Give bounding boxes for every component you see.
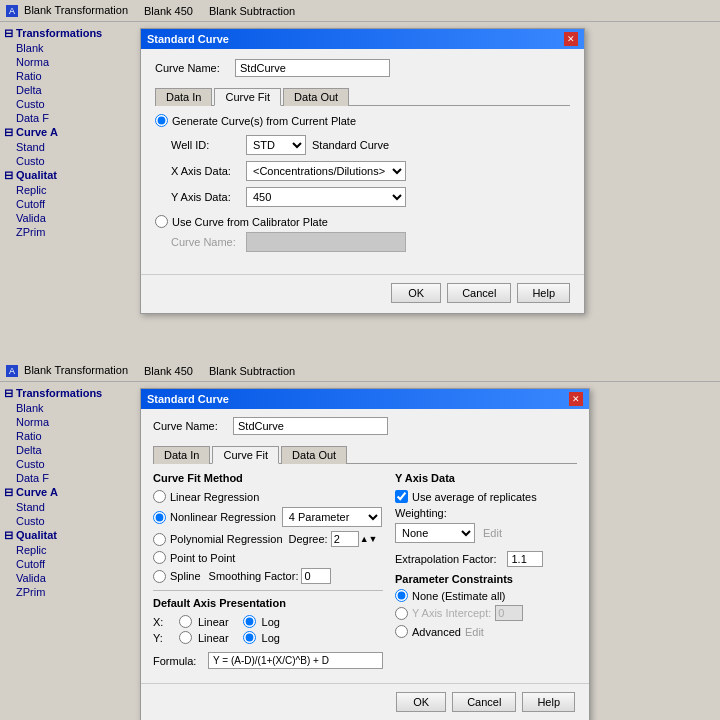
nonlinear-regression-radio[interactable]	[153, 511, 166, 524]
spline-radio[interactable]	[153, 570, 166, 583]
use-average-row: Use average of replicates	[395, 490, 577, 503]
top-bar-item-3: Blank Subtraction	[209, 5, 295, 17]
sidebar-item-cutoff-b[interactable]: Cutoff	[0, 557, 145, 571]
sidebar-bottom: ⊟ Transformations Blank Norma Ratio Delt…	[0, 382, 145, 720]
help-button-top[interactable]: Help	[517, 283, 570, 303]
section-transformations-b[interactable]: ⊟ Transformations	[0, 386, 145, 401]
sidebar-item-blank[interactable]: Blank	[0, 41, 145, 55]
sidebar-item-stand-b[interactable]: Stand	[0, 500, 145, 514]
y-axis-row: Y Axis Data: 450	[155, 187, 570, 207]
section-transformations[interactable]: ⊟ Transformations	[0, 26, 145, 41]
sidebar-item-stand[interactable]: Stand	[0, 140, 145, 154]
use-curve-radio[interactable]	[155, 215, 168, 228]
sidebar-item-replic-b[interactable]: Replic	[0, 543, 145, 557]
curve-name-label-b: Curve Name:	[153, 420, 233, 432]
curve-name-input[interactable]	[235, 59, 390, 77]
top-bar-bottom-item-2: Blank 450	[144, 365, 193, 377]
sidebar-item-blank-b[interactable]: Blank	[0, 401, 145, 415]
degree-spinner[interactable]: ▲▼	[360, 534, 378, 544]
smoothing-input[interactable]	[301, 568, 331, 584]
y-axis-pres-label: Y:	[153, 632, 173, 644]
curve-fit-content: Curve Fit Method Linear Regression Nonli…	[153, 472, 577, 669]
x-log-radio[interactable]	[243, 615, 256, 628]
section-curvea[interactable]: ⊟ Curve A	[0, 125, 145, 140]
x-linear-label: Linear	[198, 616, 229, 628]
x-linear-radio[interactable]	[179, 615, 192, 628]
generate-curve-row: Generate Curve(s) from Current Plate	[155, 114, 570, 127]
ok-button-bottom[interactable]: OK	[396, 692, 446, 712]
sidebar-item-valida[interactable]: Valida	[0, 211, 145, 225]
well-id-select[interactable]: STD	[246, 135, 306, 155]
sidebar-item-ratio-b[interactable]: Ratio	[0, 429, 145, 443]
curve-name-row: Curve Name:	[155, 59, 570, 77]
linear-regression-radio[interactable]	[153, 490, 166, 503]
cancel-button-top[interactable]: Cancel	[447, 283, 511, 303]
sidebar-item-dataf-b[interactable]: Data F	[0, 471, 145, 485]
point-to-point-radio[interactable]	[153, 551, 166, 564]
sidebar-item-norma[interactable]: Norma	[0, 55, 145, 69]
help-button-bottom[interactable]: Help	[522, 692, 575, 712]
curve-name-row-b: Curve Name:	[153, 417, 577, 435]
sidebar-item-custo[interactable]: Custo	[0, 97, 145, 111]
sidebar-item-zprim[interactable]: ZPrim	[0, 225, 145, 239]
y-intercept-label: Y Axis Intercept:	[412, 607, 491, 619]
none-estimate-radio[interactable]	[395, 589, 408, 602]
y-intercept-radio[interactable]	[395, 607, 408, 620]
x-axis-select[interactable]: <Concentrations/Dilutions>	[246, 161, 406, 181]
polynomial-radio[interactable]	[153, 533, 166, 546]
weighting-select[interactable]: None	[395, 523, 475, 543]
tab-data-in[interactable]: Data In	[155, 88, 212, 106]
ad-icon: A	[6, 5, 18, 17]
curve-name2-label: Curve Name:	[171, 236, 246, 248]
close-button-top[interactable]: ✕	[564, 32, 578, 46]
sidebar-item-cutoff[interactable]: Cutoff	[0, 197, 145, 211]
top-bar-item-2: Blank 450	[144, 5, 193, 17]
sidebar-item-delta-b[interactable]: Delta	[0, 443, 145, 457]
close-button-bottom[interactable]: ✕	[569, 392, 583, 406]
sidebar-item-norma-b[interactable]: Norma	[0, 415, 145, 429]
ok-button-top[interactable]: OK	[391, 283, 441, 303]
section-qualitat-b[interactable]: ⊟ Qualitat	[0, 528, 145, 543]
sidebar-item-delta[interactable]: Delta	[0, 83, 145, 97]
sidebar-item-custo2-b[interactable]: Custo	[0, 514, 145, 528]
advanced-edit[interactable]: Edit	[465, 626, 484, 638]
dialog-body-top: Curve Name: Data In Curve Fit Data Out G…	[141, 49, 584, 268]
use-average-checkbox[interactable]	[395, 490, 408, 503]
weighting-row: None Edit	[395, 523, 577, 543]
sidebar-item-custo2[interactable]: Custo	[0, 154, 145, 168]
sidebar-item-custo-b[interactable]: Custo	[0, 457, 145, 471]
weighting-edit[interactable]: Edit	[483, 527, 502, 539]
y-axis-select[interactable]: 450	[246, 187, 406, 207]
sidebar-item-valida-b[interactable]: Valida	[0, 571, 145, 585]
extrapolation-input[interactable]	[507, 551, 543, 567]
nonlinear-select[interactable]: 4 Parameter 5 Parameter Linear	[282, 507, 382, 527]
section-qualitat[interactable]: ⊟ Qualitat	[0, 168, 145, 183]
spline-label: Spline	[170, 570, 201, 582]
sidebar-item-ratio[interactable]: Ratio	[0, 69, 145, 83]
dialog-footer-bottom: OK Cancel Help	[141, 683, 589, 720]
tab-data-out-top[interactable]: Data Out	[283, 88, 349, 106]
advanced-radio[interactable]	[395, 625, 408, 638]
sidebar-item-replic[interactable]: Replic	[0, 183, 145, 197]
tab-data-out-b[interactable]: Data Out	[281, 446, 347, 464]
section-curvea-b[interactable]: ⊟ Curve A	[0, 485, 145, 500]
formula-input[interactable]	[208, 652, 383, 669]
y-axis-label: Y Axis Data:	[171, 191, 246, 203]
formula-label: Formula:	[153, 655, 208, 667]
tab-curve-fit-b[interactable]: Curve Fit	[212, 446, 279, 464]
degree-input[interactable]	[331, 531, 359, 547]
curve-name-input-b[interactable]	[233, 417, 388, 435]
y-linear-radio[interactable]	[179, 631, 192, 644]
tab-data-in-b[interactable]: Data In	[153, 446, 210, 464]
data-in-content: Generate Curve(s) from Current Plate Wel…	[155, 114, 570, 252]
x-axis-pres-label: X:	[153, 616, 173, 628]
generate-curve-radio[interactable]	[155, 114, 168, 127]
y-intercept-input[interactable]	[495, 605, 523, 621]
sidebar-item-dataf[interactable]: Data F	[0, 111, 145, 125]
x-axis-row: X Axis Data: <Concentrations/Dilutions>	[155, 161, 570, 181]
cancel-button-bottom[interactable]: Cancel	[452, 692, 516, 712]
curve-name-label: Curve Name:	[155, 62, 235, 74]
y-log-radio[interactable]	[243, 631, 256, 644]
tab-curve-fit-top[interactable]: Curve Fit	[214, 88, 281, 106]
sidebar-item-zprim-b[interactable]: ZPrim	[0, 585, 145, 599]
